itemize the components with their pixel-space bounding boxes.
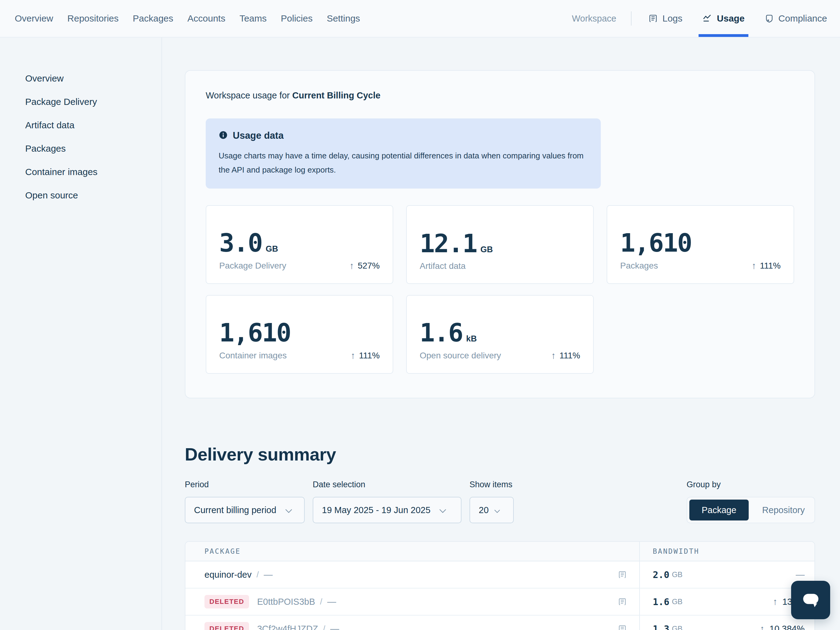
bandwidth-value: 1.3 xyxy=(653,624,669,630)
bandwidth-unit: GB xyxy=(672,624,682,630)
stat-unit: GB xyxy=(266,244,278,254)
chevron-down-icon xyxy=(494,505,500,515)
stat-value-row: 1,610 xyxy=(620,230,781,256)
chat-launcher-button[interactable] xyxy=(791,581,830,619)
notice-title: Usage data xyxy=(233,130,284,141)
stat-value-row: 1,610 xyxy=(219,320,380,345)
group-by-package-button[interactable]: Package xyxy=(689,500,749,521)
stat-delta: ↑ 111% xyxy=(551,350,580,361)
chevron-down-icon xyxy=(439,505,447,515)
package-logs-icon[interactable] xyxy=(618,570,627,579)
bandwidth-delta: ↑ 10,384% xyxy=(760,624,805,630)
nav-divider xyxy=(631,11,632,25)
stat-value: 12.1 xyxy=(420,231,477,256)
column-header-bandwidth: BANDWIDTH xyxy=(639,542,815,561)
workspace-usage-card: Workspace usage for Current Billing Cycl… xyxy=(185,70,815,398)
main-column: Workspace usage for Current Billing Cycl… xyxy=(162,38,840,630)
group-by-label: Group by xyxy=(687,480,815,489)
notice-header: Usage data xyxy=(219,130,588,141)
tab-usage[interactable]: Usage xyxy=(700,0,747,37)
group-by-repository-button[interactable]: Repository xyxy=(750,500,817,521)
stat-unit: kB xyxy=(466,334,477,343)
stat-card-open-source-delivery: 1.6 kB Open source delivery ↑ 111% xyxy=(406,295,594,374)
package-logs-icon[interactable] xyxy=(618,624,627,630)
nav-item-repositories[interactable]: Repositories xyxy=(67,13,119,24)
stat-label: Open source delivery xyxy=(420,351,501,361)
logs-icon xyxy=(648,13,658,24)
table-row[interactable]: DELETED 3Cf2w4fHJZDZ / — 1.3 xyxy=(185,616,815,630)
usage-icon xyxy=(702,13,713,24)
nav-item-settings[interactable]: Settings xyxy=(327,13,360,24)
bandwidth-unit: GB xyxy=(672,597,682,606)
arrow-up-icon: ↑ xyxy=(349,261,354,271)
sidebar-item-overview[interactable]: Overview xyxy=(25,74,161,83)
stat-card-package-delivery: 3.0 GB Package Delivery ↑ 527% xyxy=(206,205,393,284)
sidebar-item-container-images[interactable]: Container images xyxy=(25,167,161,177)
bandwidth-value: 1.6 xyxy=(653,597,669,607)
nav-item-overview[interactable]: Overview xyxy=(15,13,53,24)
primary-nav: Overview Repositories Packages Accounts … xyxy=(15,13,360,24)
chat-bubble-icon xyxy=(801,590,821,610)
stat-value: 1,610 xyxy=(219,320,291,345)
stat-value-row: 1.6 kB xyxy=(420,320,580,345)
usage-stats-grid: 3.0 GB Package Delivery ↑ 527% 12.1 xyxy=(206,205,794,374)
filter-group-by: Group by Package Repository xyxy=(687,480,815,523)
arrow-up-icon: ↑ xyxy=(760,624,765,630)
stat-delta-value: 527% xyxy=(358,261,380,271)
stat-bottom-row: Container images ↑ 111% xyxy=(219,350,380,361)
nav-item-packages[interactable]: Packages xyxy=(133,13,174,24)
package-path: — xyxy=(327,597,336,607)
period-select[interactable]: Current billing period xyxy=(185,497,305,523)
chevron-down-icon xyxy=(285,505,292,515)
tab-compliance-label: Compliance xyxy=(778,13,827,24)
show-items-select[interactable]: 20 xyxy=(469,497,514,523)
bandwidth-value: 2.0 xyxy=(653,570,669,580)
table-row[interactable]: DELETED E0ttbPOIS3bB / — 1.6 xyxy=(185,589,815,616)
package-logs-icon[interactable] xyxy=(618,597,627,606)
stat-unit: GB xyxy=(480,245,493,255)
bandwidth-delta: — xyxy=(796,570,805,580)
stat-value: 1.6 xyxy=(420,320,463,345)
tab-logs[interactable]: Logs xyxy=(646,0,684,37)
stat-delta-value: 111% xyxy=(760,261,781,271)
filter-period: Period Current billing period xyxy=(185,480,305,523)
stat-card-packages: 1,610 Packages ↑ 111% xyxy=(606,205,794,284)
sidebar-item-open-source[interactable]: Open source xyxy=(25,191,161,200)
secondary-nav: Workspace Logs Usage xyxy=(572,0,829,37)
usage-sidebar: Overview Package Delivery Artifact data … xyxy=(0,38,162,630)
stat-bottom-row: Packages ↑ 111% xyxy=(620,261,781,271)
tab-usage-label: Usage xyxy=(717,13,745,24)
delta-empty-dash: — xyxy=(796,570,805,580)
group-by-segmented-control: Package Repository xyxy=(687,497,815,523)
arrow-up-icon: ↑ xyxy=(351,350,355,361)
info-icon xyxy=(219,130,228,141)
package-cell: DELETED 3Cf2w4fHJZDZ / — xyxy=(185,616,639,630)
stat-label: Packages xyxy=(620,261,658,271)
table-row[interactable]: equinor-dev / — 2.0 GB xyxy=(185,561,815,589)
nav-item-teams[interactable]: Teams xyxy=(240,13,267,24)
path-separator: / xyxy=(320,597,322,606)
path-separator: / xyxy=(256,570,259,579)
bandwidth-cell: 1.3 GB ↑ 10,384% xyxy=(639,616,815,630)
stat-label: Package Delivery xyxy=(219,261,286,271)
bandwidth-cell: 1.6 GB ↑ 13,18 xyxy=(639,589,815,615)
nav-item-accounts[interactable]: Accounts xyxy=(188,13,225,24)
table-header-row: PACKAGE BANDWIDTH xyxy=(185,542,815,561)
sidebar-item-package-delivery[interactable]: Package Delivery xyxy=(25,97,161,106)
nav-item-policies[interactable]: Policies xyxy=(281,13,313,24)
stat-bottom-row: Artifact data xyxy=(420,261,580,271)
path-separator: / xyxy=(323,624,325,630)
notice-body: Usage charts may have a time delay, caus… xyxy=(219,149,588,177)
deleted-badge: DELETED xyxy=(204,622,249,630)
top-header: Overview Repositories Packages Accounts … xyxy=(0,0,840,38)
stat-label: Artifact data xyxy=(420,261,466,271)
delivery-summary-title: Delivery summary xyxy=(185,444,815,464)
bandwidth-unit: GB xyxy=(672,570,682,579)
date-range-select[interactable]: 19 May 2025 - 19 Jun 2025 xyxy=(313,497,461,523)
sidebar-item-packages[interactable]: Packages xyxy=(25,144,161,153)
tab-compliance[interactable]: Compliance xyxy=(763,0,829,37)
usage-title-period: Current Billing Cycle xyxy=(292,90,381,100)
stat-value: 3.0 xyxy=(219,230,262,256)
tab-logs-label: Logs xyxy=(662,13,682,24)
sidebar-item-artifact-data[interactable]: Artifact data xyxy=(25,120,161,130)
